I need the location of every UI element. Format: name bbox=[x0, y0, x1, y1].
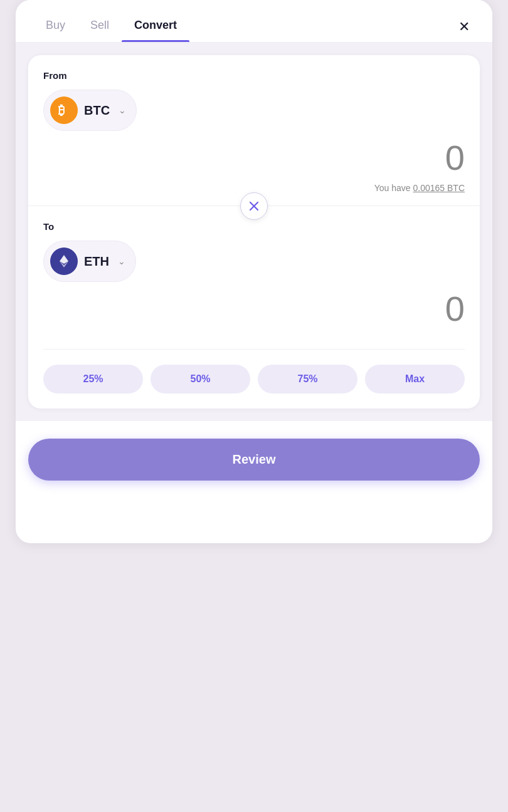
modal-container: Buy Sell Convert ✕ From ₿ BTC bbox=[0, 0, 508, 812]
from-label: From bbox=[43, 70, 465, 81]
btc-icon: ₿ bbox=[50, 96, 78, 124]
convert-card: From ₿ BTC ⌄ 0 You have bbox=[28, 55, 480, 409]
swap-button[interactable] bbox=[240, 192, 268, 220]
to-currency-symbol: ETH bbox=[84, 254, 109, 269]
eth-icon bbox=[50, 247, 78, 275]
review-button[interactable]: Review bbox=[28, 439, 480, 481]
modal-card: Buy Sell Convert ✕ From ₿ BTC bbox=[16, 0, 492, 543]
from-chevron-icon: ⌄ bbox=[119, 105, 126, 115]
pct-50-button[interactable]: 50% bbox=[151, 365, 250, 393]
close-button[interactable]: ✕ bbox=[453, 15, 475, 39]
convert-content: From ₿ BTC ⌄ 0 You have bbox=[16, 43, 492, 421]
to-label: To bbox=[43, 221, 465, 232]
pct-25-button[interactable]: 25% bbox=[43, 365, 143, 393]
review-section: Review bbox=[16, 421, 492, 493]
pct-75-button[interactable]: 75% bbox=[258, 365, 357, 393]
from-amount[interactable]: 0 bbox=[43, 131, 465, 183]
to-currency-selector[interactable]: ETH ⌄ bbox=[43, 241, 136, 282]
tab-buy[interactable]: Buy bbox=[33, 11, 78, 42]
from-currency-symbol: BTC bbox=[84, 103, 110, 118]
balance-value[interactable]: 0.00165 BTC bbox=[413, 183, 465, 193]
svg-text:₿: ₿ bbox=[58, 103, 65, 117]
divider-section bbox=[28, 206, 480, 206]
tab-convert[interactable]: Convert bbox=[122, 11, 189, 42]
from-currency-selector[interactable]: ₿ BTC ⌄ bbox=[43, 90, 137, 131]
pct-max-button[interactable]: Max bbox=[365, 365, 465, 393]
tab-sell[interactable]: Sell bbox=[78, 11, 122, 42]
tabs-header: Buy Sell Convert ✕ bbox=[16, 0, 492, 43]
balance-text: You have bbox=[374, 183, 411, 193]
percentage-row: 25% 50% 75% Max bbox=[43, 349, 465, 393]
from-section: From ₿ BTC ⌄ 0 You have bbox=[43, 70, 465, 206]
to-amount: 0 bbox=[43, 282, 465, 334]
bottom-nav-placeholder bbox=[16, 493, 492, 543]
to-chevron-icon: ⌄ bbox=[118, 256, 125, 266]
to-section: To ETH ⌄ 0 bbox=[43, 206, 465, 334]
